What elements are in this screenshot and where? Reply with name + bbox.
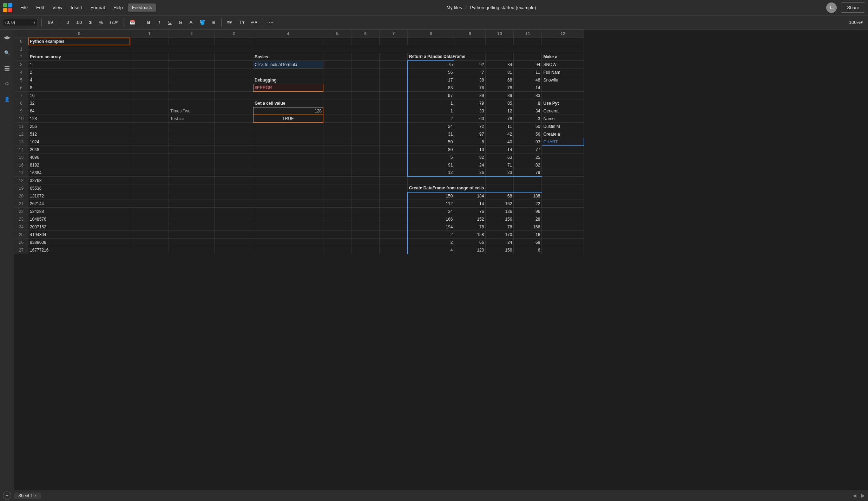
- cell-21-7[interactable]: [380, 200, 408, 208]
- cell-20-3[interactable]: [215, 192, 253, 200]
- cell-16-9[interactable]: 24: [454, 161, 486, 169]
- cell-17-12[interactable]: [542, 169, 584, 177]
- cell-13-5[interactable]: [323, 138, 351, 146]
- col-header-3[interactable]: 3: [215, 30, 253, 38]
- cell-12-12[interactable]: Create a: [542, 130, 584, 138]
- sidebar-arrow-icon[interactable]: ◀▶: [2, 32, 12, 42]
- cell-5-8[interactable]: 17: [408, 76, 454, 84]
- cell-10-0[interactable]: 128: [28, 115, 130, 123]
- cell-22-12[interactable]: [542, 208, 584, 215]
- cell-2-2[interactable]: [169, 53, 215, 61]
- scroll-left-button[interactable]: ◀: [851, 492, 858, 499]
- cell-21-1[interactable]: [130, 200, 169, 208]
- cell-7-2[interactable]: [169, 92, 215, 99]
- cell-4-1[interactable]: [130, 69, 169, 76]
- cell-13-2[interactable]: [169, 138, 215, 146]
- cell-20-0[interactable]: 131072: [28, 192, 130, 200]
- cell-27-1[interactable]: [130, 246, 169, 254]
- cell-5-5[interactable]: [323, 76, 351, 84]
- cell-13-12[interactable]: CHART: [542, 138, 584, 146]
- cell-2-3[interactable]: [215, 53, 253, 61]
- cell-21-12[interactable]: [542, 200, 584, 208]
- cell-27-12[interactable]: [542, 246, 584, 254]
- cell-25-1[interactable]: [130, 231, 169, 239]
- cell-15-10[interactable]: 63: [486, 154, 514, 161]
- cell-26-5[interactable]: [323, 239, 351, 246]
- cell-18-9[interactable]: [454, 177, 486, 184]
- cell-0-5[interactable]: [323, 38, 351, 45]
- cell-12-8[interactable]: 31: [408, 130, 454, 138]
- cell-22-2[interactable]: [169, 208, 215, 215]
- cell-27-4[interactable]: [253, 246, 323, 254]
- cell-15-6[interactable]: [351, 154, 380, 161]
- cell-6-5[interactable]: [323, 84, 351, 92]
- cell-20-1[interactable]: [130, 192, 169, 200]
- cell-11-8[interactable]: 24: [408, 123, 454, 130]
- cell-18-2[interactable]: [169, 177, 215, 184]
- cell-13-4[interactable]: [253, 138, 323, 146]
- cell-15-8[interactable]: 5: [408, 154, 454, 161]
- cell-25-0[interactable]: 4194304: [28, 231, 130, 239]
- cell-5-10[interactable]: 68: [486, 76, 514, 84]
- cell-5-1[interactable]: [130, 76, 169, 84]
- cell-10-4[interactable]: TRUE: [253, 115, 323, 123]
- cell-3-7[interactable]: [380, 61, 408, 69]
- cell-17-0[interactable]: 16384: [28, 169, 130, 177]
- cell-4-12[interactable]: Full Nam: [542, 69, 584, 76]
- cell-18-10[interactable]: [486, 177, 514, 184]
- cell-25-5[interactable]: [323, 231, 351, 239]
- cell-11-12[interactable]: Dustin M: [542, 123, 584, 130]
- cell-9-7[interactable]: [380, 107, 408, 115]
- cell-15-3[interactable]: [215, 154, 253, 161]
- cell-12-5[interactable]: [323, 130, 351, 138]
- cell-2-0[interactable]: Return an array: [28, 53, 130, 61]
- col-header-12[interactable]: 12: [542, 30, 584, 38]
- cell-19-10[interactable]: [486, 184, 514, 192]
- cell-14-12[interactable]: [542, 146, 584, 154]
- col-header-1[interactable]: 1: [130, 30, 169, 38]
- cell-7-9[interactable]: 39: [454, 92, 486, 99]
- cell-12-11[interactable]: 56: [514, 130, 542, 138]
- cell-reference-box[interactable]: (0, 0) ▾: [3, 19, 38, 26]
- cell-0-9[interactable]: [454, 38, 486, 45]
- cell-17-5[interactable]: [323, 169, 351, 177]
- cell-27-9[interactable]: 120: [454, 246, 486, 254]
- cell-7-3[interactable]: [215, 92, 253, 99]
- cell-25-3[interactable]: [215, 231, 253, 239]
- col-header-7[interactable]: 7: [380, 30, 408, 38]
- cell-15-7[interactable]: [380, 154, 408, 161]
- menu-file[interactable]: File: [17, 4, 31, 12]
- cell-22-1[interactable]: [130, 208, 169, 215]
- cell-2-1[interactable]: [130, 53, 169, 61]
- cell-23-10[interactable]: 156: [486, 215, 514, 223]
- cell-14-11[interactable]: 77: [514, 146, 542, 154]
- cell-7-8[interactable]: 97: [408, 92, 454, 99]
- cell-21-11[interactable]: 22: [514, 200, 542, 208]
- cell-26-4[interactable]: [253, 239, 323, 246]
- col-header-10[interactable]: 10: [486, 30, 514, 38]
- col-header-4[interactable]: 4: [253, 30, 323, 38]
- cell-15-4[interactable]: [253, 154, 323, 161]
- cell-18-1[interactable]: [130, 177, 169, 184]
- cell-25-8[interactable]: 2: [408, 231, 454, 239]
- cell-2-4[interactable]: Basics: [253, 53, 323, 61]
- cell-11-6[interactable]: [351, 123, 380, 130]
- cell-0-4[interactable]: [253, 38, 323, 45]
- cell-0-12[interactable]: [542, 38, 584, 45]
- cell-9-4[interactable]: 128: [253, 107, 323, 115]
- cell-8-12[interactable]: Use Pyt: [542, 99, 584, 107]
- cell-13-9[interactable]: 8: [454, 138, 486, 146]
- cell-22-0[interactable]: 524288: [28, 208, 130, 215]
- cell-11-3[interactable]: [215, 123, 253, 130]
- sidebar-layers-icon[interactable]: [2, 63, 12, 73]
- cell-23-3[interactable]: [215, 215, 253, 223]
- cell-17-6[interactable]: [351, 169, 380, 177]
- cell-18-12[interactable]: [542, 177, 584, 184]
- cell-14-0[interactable]: 2048: [28, 146, 130, 154]
- col-header-5[interactable]: 5: [323, 30, 351, 38]
- cell-26-3[interactable]: [215, 239, 253, 246]
- cell-8-10[interactable]: 85: [486, 99, 514, 107]
- cell-20-4[interactable]: [253, 192, 323, 200]
- cell-5-9[interactable]: 38: [454, 76, 486, 84]
- cell-21-2[interactable]: [169, 200, 215, 208]
